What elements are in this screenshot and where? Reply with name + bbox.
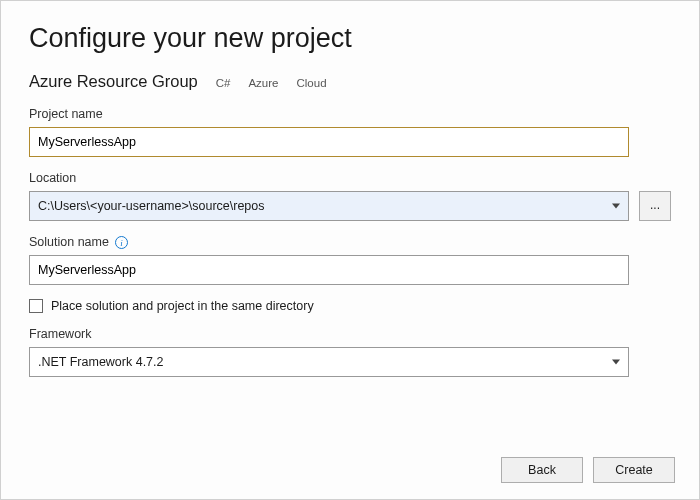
back-button[interactable]: Back <box>501 457 583 483</box>
chevron-down-icon <box>612 204 620 209</box>
framework-value: .NET Framework 4.7.2 <box>38 355 164 369</box>
tag-cloud: Cloud <box>297 77 327 89</box>
solution-name-input[interactable] <box>29 255 629 285</box>
page-title: Configure your new project <box>29 23 671 54</box>
location-label: Location <box>29 171 671 185</box>
tag-csharp: C# <box>216 77 231 89</box>
template-tags: C# Azure Cloud <box>216 77 327 89</box>
solution-name-label-text: Solution name <box>29 235 109 249</box>
template-name: Azure Resource Group <box>29 72 198 91</box>
chevron-down-icon <box>612 360 620 365</box>
location-combo[interactable]: C:\Users\<your-username>\source\repos <box>29 191 629 221</box>
tag-azure: Azure <box>248 77 278 89</box>
create-button[interactable]: Create <box>593 457 675 483</box>
browse-button[interactable]: ... <box>639 191 671 221</box>
project-name-label: Project name <box>29 107 671 121</box>
location-value: C:\Users\<your-username>\source\repos <box>38 199 264 213</box>
configure-project-dialog: Configure your new project Azure Resourc… <box>0 0 700 500</box>
location-block: Location C:\Users\<your-username>\source… <box>29 171 671 221</box>
dialog-buttons: Back Create <box>501 457 675 483</box>
solution-name-label: Solution name i <box>29 235 671 249</box>
same-directory-row[interactable]: Place solution and project in the same d… <box>29 299 671 313</box>
solution-name-block: Solution name i <box>29 235 671 285</box>
framework-combo[interactable]: .NET Framework 4.7.2 <box>29 347 629 377</box>
same-directory-checkbox[interactable] <box>29 299 43 313</box>
project-name-block: Project name <box>29 107 671 157</box>
same-directory-label: Place solution and project in the same d… <box>51 299 314 313</box>
template-header: Azure Resource Group C# Azure Cloud <box>29 72 671 91</box>
info-icon[interactable]: i <box>115 236 128 249</box>
framework-block: Framework .NET Framework 4.7.2 <box>29 327 671 377</box>
project-name-input[interactable] <box>29 127 629 157</box>
framework-label: Framework <box>29 327 671 341</box>
